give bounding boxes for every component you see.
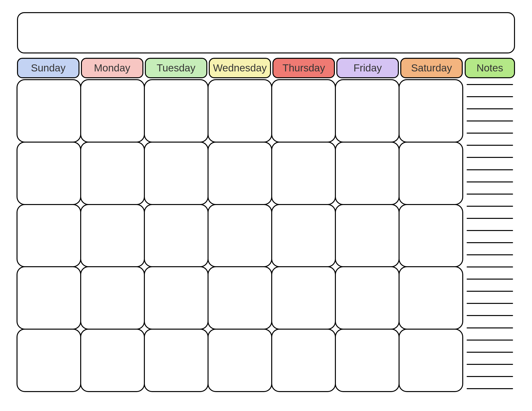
week-row <box>17 80 463 142</box>
note-line <box>467 96 513 97</box>
note-line <box>467 121 513 121</box>
day-cell[interactable] <box>80 266 145 330</box>
header-friday: Friday <box>336 58 399 78</box>
day-cell[interactable] <box>17 79 81 143</box>
day-cell[interactable] <box>335 204 399 267</box>
notes-header: Notes <box>465 58 515 78</box>
note-line <box>467 279 513 280</box>
note-line <box>467 181 513 182</box>
day-cell[interactable] <box>399 142 463 205</box>
day-cell[interactable] <box>271 204 336 267</box>
day-cell[interactable] <box>335 266 399 330</box>
header-thursday: Thursday <box>272 58 335 78</box>
month-title-area[interactable] <box>17 12 515 53</box>
note-line <box>467 291 513 292</box>
header-wednesday: Wednesday <box>209 58 271 78</box>
week-row <box>17 142 463 205</box>
note-line <box>467 376 513 377</box>
weekday-headers: Sunday Monday Tuesday Wednesday Thursday… <box>17 58 463 78</box>
day-cell[interactable] <box>80 142 145 205</box>
note-line <box>467 352 513 353</box>
note-line <box>467 206 513 207</box>
day-cell[interactable] <box>399 329 463 392</box>
note-line <box>467 194 513 195</box>
day-cell[interactable] <box>80 79 145 143</box>
days-area: Sunday Monday Tuesday Wednesday Thursday… <box>17 58 463 392</box>
day-cell[interactable] <box>271 142 336 205</box>
day-cell[interactable] <box>17 204 81 267</box>
day-cell[interactable] <box>335 329 399 392</box>
note-line <box>467 315 513 316</box>
note-line <box>467 303 513 304</box>
day-cell[interactable] <box>144 142 209 205</box>
day-cell[interactable] <box>335 79 399 143</box>
note-line <box>467 327 513 328</box>
note-line <box>467 388 513 389</box>
week-row <box>17 205 463 267</box>
day-cell[interactable] <box>17 266 81 330</box>
note-line <box>467 242 513 243</box>
day-cell[interactable] <box>208 204 272 267</box>
calendar: Sunday Monday Tuesday Wednesday Thursday… <box>17 12 515 392</box>
day-cell[interactable] <box>144 79 209 143</box>
notes-lines[interactable] <box>465 82 515 392</box>
note-line <box>467 254 513 255</box>
day-cell[interactable] <box>399 266 463 330</box>
day-cell[interactable] <box>80 329 145 392</box>
note-line <box>467 218 513 219</box>
day-cell[interactable] <box>271 329 336 392</box>
day-cell[interactable] <box>17 329 81 392</box>
note-line <box>467 133 513 134</box>
note-line <box>467 84 513 85</box>
day-cell[interactable] <box>144 204 209 267</box>
header-monday: Monday <box>81 58 143 78</box>
day-cell[interactable] <box>335 142 399 205</box>
note-line <box>467 169 513 170</box>
week-row <box>17 267 463 329</box>
day-cell[interactable] <box>208 142 272 205</box>
notes-area: Notes <box>465 58 515 392</box>
header-tuesday: Tuesday <box>145 58 207 78</box>
note-line <box>467 157 513 158</box>
day-cell[interactable] <box>271 79 336 143</box>
calendar-grid <box>17 80 463 392</box>
day-cell[interactable] <box>208 79 272 143</box>
day-cell[interactable] <box>208 266 272 330</box>
calendar-body: Sunday Monday Tuesday Wednesday Thursday… <box>17 58 515 392</box>
day-cell[interactable] <box>17 142 81 205</box>
note-line <box>467 145 513 146</box>
day-cell[interactable] <box>399 79 463 143</box>
day-cell[interactable] <box>80 204 145 267</box>
note-line <box>467 340 513 341</box>
day-cell[interactable] <box>399 204 463 267</box>
day-cell[interactable] <box>144 266 209 330</box>
note-line <box>467 364 513 365</box>
day-cell[interactable] <box>208 329 272 392</box>
week-row <box>17 329 463 392</box>
header-sunday: Sunday <box>17 58 79 78</box>
note-line <box>467 266 513 267</box>
day-cell[interactable] <box>271 266 336 330</box>
day-cell[interactable] <box>144 329 209 392</box>
note-line <box>467 108 513 109</box>
note-line <box>467 230 513 231</box>
header-saturday: Saturday <box>400 58 463 78</box>
